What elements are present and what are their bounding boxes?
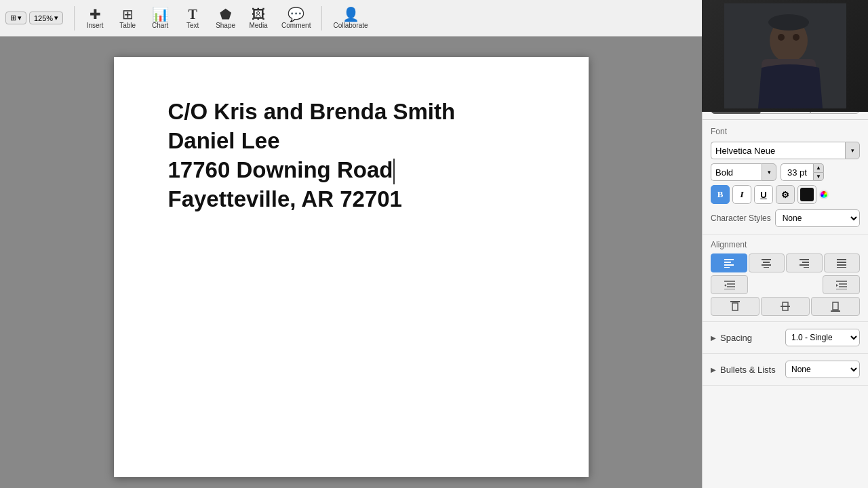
document-line3: 17760 Downing Road <box>168 156 534 185</box>
horizontal-align-row <box>711 253 860 272</box>
document-page[interactable]: C/O Kris and Brenda Smith Daniel Lee 177… <box>114 57 589 477</box>
document-line4: Fayetteville, AR 72701 <box>168 185 534 214</box>
align-center-icon <box>761 258 772 268</box>
char-styles-label: Character Styles <box>711 214 771 223</box>
align-right-icon <box>799 258 810 268</box>
indent-spacer <box>749 275 821 294</box>
table-icon: ⊞ <box>122 7 134 21</box>
toolbar-chart[interactable]: 📊 Chart <box>145 6 175 30</box>
align-left-icon <box>724 258 734 268</box>
color-picker-button[interactable] <box>819 190 829 199</box>
char-styles-select[interactable]: None <box>775 209 860 227</box>
view-button[interactable]: ⊞ ▾ <box>5 12 26 24</box>
svg-rect-39 <box>833 302 838 310</box>
spacing-select[interactable]: 1.0 - Single 1.5 Lines 2.0 - Double <box>785 329 860 346</box>
format-buttons-row: B I U ⚙ <box>711 185 860 204</box>
font-style-wrapper: ▾ <box>711 163 776 181</box>
align-right-button[interactable] <box>786 253 823 272</box>
text-color-inner <box>800 188 814 201</box>
valign-middle-icon <box>781 301 790 312</box>
alignment-section: Alignment <box>703 235 868 322</box>
text-options-button[interactable]: ⚙ <box>776 185 795 204</box>
toolbar-media[interactable]: 🖼 Media <box>243 6 273 30</box>
align-justify-button[interactable] <box>824 253 861 272</box>
document-content[interactable]: C/O Kris and Brenda Smith Daniel Lee 177… <box>168 98 534 214</box>
spacing-row[interactable]: ▶ Spacing 1.0 - Single 1.5 Lines 2.0 - D… <box>703 322 868 354</box>
valign-top-button[interactable] <box>711 297 760 316</box>
chart-icon: 📊 <box>152 7 169 21</box>
toolbar-text[interactable]: T Text <box>178 6 208 30</box>
collaborate-icon: 👤 <box>342 7 359 21</box>
bullets-row[interactable]: ▶ Bullets & Lists None Bullets Numbered <box>703 354 868 386</box>
font-family-row: ▾ <box>711 142 860 159</box>
media-icon: 🖼 <box>252 7 265 21</box>
text-label: Text <box>186 22 199 29</box>
divider-2 <box>321 6 322 30</box>
toolbar-collaborate[interactable]: 👤 Collaborate <box>328 6 373 30</box>
vertical-align-row <box>711 297 860 316</box>
svg-rect-7 <box>724 37 846 108</box>
indent-decrease-button[interactable] <box>711 275 748 294</box>
bullets-value-wrapper: None Bullets Numbered <box>785 361 860 378</box>
indent-increase-icon <box>835 280 848 289</box>
bold-button[interactable]: B <box>711 185 730 204</box>
shape-icon: ⬟ <box>220 7 231 21</box>
underline-button[interactable]: U <box>754 185 773 204</box>
bullets-arrow: ▶ <box>711 366 716 373</box>
toolbar-comment[interactable]: 💬 Comment <box>276 6 316 30</box>
svg-rect-35 <box>732 303 738 310</box>
svg-marker-33 <box>836 284 838 287</box>
table-label: Table <box>119 22 136 29</box>
text-color-swatch[interactable] <box>797 185 816 204</box>
video-overlay <box>702 37 868 112</box>
shape-label: Shape <box>216 22 235 29</box>
valign-top-icon <box>730 301 740 312</box>
align-justify-icon <box>836 258 847 268</box>
font-section: Font ▾ ▾ ▲ ▼ <box>703 120 868 235</box>
text-icon: T <box>188 7 197 21</box>
video-feed <box>702 37 868 112</box>
toolbar-shape[interactable]: ⬟ Shape <box>210 6 241 30</box>
view-zoom-group: ⊞ ▾ 125% ▾ <box>5 12 63 24</box>
collaborate-label: Collaborate <box>333 22 368 29</box>
zoom-button[interactable]: 125% ▾ <box>29 12 63 24</box>
indent-increase-button[interactable] <box>823 275 860 294</box>
zoom-dropdown-icon: ▾ <box>54 14 58 22</box>
insert-label: Insert <box>87 22 104 29</box>
document-line1: C/O Kris and Brenda Smith <box>168 98 534 127</box>
view-dropdown-icon: ▾ <box>18 14 22 22</box>
font-style-dropdown[interactable]: ▾ <box>762 163 776 181</box>
comment-icon: 💬 <box>288 7 304 21</box>
font-section-label: Font <box>711 127 860 136</box>
font-family-input[interactable] <box>711 142 845 159</box>
bullets-select[interactable]: None Bullets Numbered <box>785 361 860 378</box>
font-size-up[interactable]: ▲ <box>813 163 824 172</box>
toolbar-table[interactable]: ⊞ Table <box>113 6 142 30</box>
font-size-input[interactable] <box>781 163 813 181</box>
valign-middle-button[interactable] <box>761 297 810 316</box>
comment-label: Comment <box>281 22 311 29</box>
right-panel: Text Body* ▾ Update Style Layout More Fo… <box>702 37 868 488</box>
alignment-label: Alignment <box>711 240 860 249</box>
font-style-input[interactable] <box>711 163 762 181</box>
character-styles-row: Character Styles None <box>711 209 860 227</box>
indent-row <box>711 275 860 294</box>
svg-marker-28 <box>724 284 726 287</box>
font-family-dropdown[interactable]: ▾ <box>845 142 860 159</box>
main-area: C/O Kris and Brenda Smith Daniel Lee 177… <box>0 37 868 488</box>
divider-1 <box>74 6 75 30</box>
spacing-arrow: ▶ <box>711 334 716 342</box>
chart-label: Chart <box>152 22 168 29</box>
valign-bottom-button[interactable] <box>811 297 860 316</box>
spacing-value-wrapper: 1.0 - Single 1.5 Lines 2.0 - Double <box>785 329 860 346</box>
align-center-button[interactable] <box>749 253 785 272</box>
align-left-button[interactable] <box>711 253 747 272</box>
char-styles-select-wrapper: None <box>775 209 860 227</box>
zoom-value: 125% <box>34 14 53 22</box>
italic-button[interactable]: I <box>732 185 751 204</box>
toolbar-insert[interactable]: ✚ Insert <box>80 6 110 30</box>
person-svg <box>724 37 846 108</box>
font-size-down[interactable]: ▼ <box>813 172 824 182</box>
canvas-area[interactable]: C/O Kris and Brenda Smith Daniel Lee 177… <box>0 37 702 488</box>
indent-decrease-icon <box>724 280 736 289</box>
